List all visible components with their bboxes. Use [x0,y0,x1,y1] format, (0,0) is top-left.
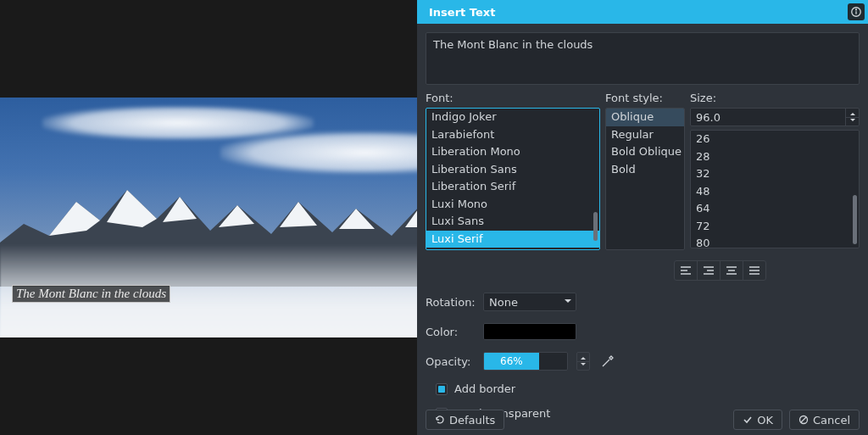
opacity-step-down[interactable] [577,362,589,371]
rotation-select[interactable]: None [483,293,576,311]
align-right-button[interactable] [697,260,721,281]
reset-icon [435,415,445,425]
insert-text-panel: Insert Text The Mont Blanc in the clouds… [417,0,868,435]
list-item[interactable]: 72 [691,218,859,236]
color-label: Color: [426,326,475,338]
text-input[interactable]: The Mont Blanc in the clouds [426,32,860,85]
cancel-button[interactable]: Cancel [789,410,860,430]
list-item[interactable]: 32 [691,165,859,183]
font-style-listbox[interactable]: ObliqueRegularBold ObliqueBold [605,108,685,250]
panel-header: Insert Text [417,0,868,24]
opacity-value: 66% [500,355,523,367]
panel-title: Insert Text [429,6,495,19]
list-item[interactable]: Liberation Serif [426,178,599,196]
justify-group [426,260,860,281]
opacity-stepper[interactable] [576,352,590,371]
align-justify-button[interactable] [743,260,766,281]
list-item[interactable]: Liberation Mono [426,143,599,161]
align-center-button[interactable] [720,260,743,281]
list-item[interactable]: 26 [691,131,859,148]
list-item[interactable]: 64 [691,200,859,218]
list-item[interactable]: Bold [606,161,684,179]
size-spinbox[interactable] [690,108,860,126]
size-label: Size: [690,92,860,104]
cancel-icon [798,415,809,425]
size-step-up[interactable] [846,109,859,118]
list-item[interactable]: 48 [691,183,859,201]
list-item[interactable]: Oblique [606,109,684,126]
ok-button[interactable]: OK [733,410,782,430]
defaults-button[interactable]: Defaults [426,410,504,430]
size-step-down[interactable] [846,118,859,126]
add-border-checkbox[interactable] [436,383,448,395]
list-item[interactable]: Larabiefont [426,126,599,144]
align-left-button[interactable] [674,260,698,281]
list-item[interactable]: Luxi Serif [426,231,599,248]
list-item[interactable]: Regular [606,126,684,144]
text-overlay-preview: The Mont Blanc in the clouds [12,285,170,303]
scrollbar-thumb[interactable] [593,212,598,241]
list-item[interactable]: 28 [691,148,859,166]
opacity-label: Opacity: [426,355,475,368]
eyedropper-icon[interactable] [598,352,617,371]
list-item[interactable]: Luxi Sans [426,213,599,231]
preview-pane: The Mont Blanc in the clouds [0,0,417,435]
font-label: Font: [426,92,600,104]
add-border-label: Add border [454,382,515,395]
rotation-label: Rotation: [426,296,475,309]
dialog-footer: Defaults OK Cancel [417,404,868,435]
opacity-field[interactable]: 66% [483,352,568,371]
size-listbox[interactable]: 2628324864728096 [690,130,860,248]
color-swatch[interactable] [483,323,576,340]
size-value-input[interactable] [691,111,845,124]
check-icon [743,415,753,425]
opacity-step-up[interactable] [577,353,589,362]
list-item[interactable]: Luxi Mono [426,196,599,214]
info-icon[interactable] [848,3,865,20]
list-item[interactable]: Liberation Sans [426,161,599,179]
list-item[interactable]: Indigo Joker [426,109,599,126]
font-listbox[interactable]: Indigo JokerLarabiefontLiberation MonoLi… [426,108,600,250]
list-item[interactable]: Bold Oblique [606,143,684,161]
font-style-label: Font style: [605,92,685,104]
list-item[interactable]: 80 [691,235,859,248]
svg-point-2 [856,9,857,10]
overlay-text: The Mont Blanc in the clouds [16,287,166,300]
list-item[interactable]: Misc Fixed [426,248,599,250]
scrollbar-thumb[interactable] [853,195,857,244]
svg-line-16 [801,417,806,422]
